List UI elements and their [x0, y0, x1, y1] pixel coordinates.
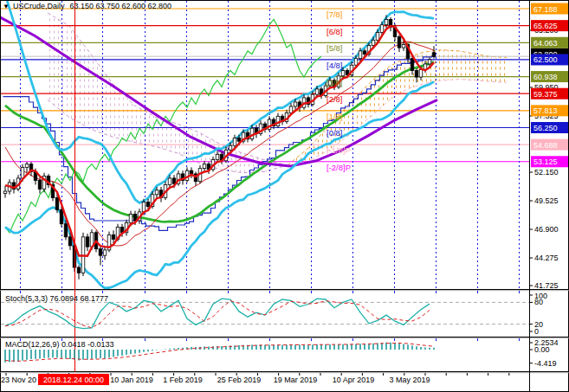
candle-body — [146, 202, 150, 207]
symbol-period-label: USCrude,Daily — [13, 2, 65, 10]
price-axis-label: 49.525 — [534, 196, 559, 205]
price-axis-label: 52.150 — [534, 168, 559, 177]
candle-body — [419, 69, 423, 77]
candle-body — [363, 51, 366, 55]
date-axis-label: 25 Feb 2019 — [217, 376, 262, 384]
ohlc-values: 63.150 63.750 62.600 62.800 — [69, 2, 171, 10]
candle-body — [216, 154, 219, 159]
price-badge: 57.813 — [533, 106, 558, 115]
candle-body — [25, 164, 29, 168]
stoch-axis-label: 80 — [534, 298, 543, 306]
candle-body — [129, 214, 133, 222]
candle-body — [203, 164, 206, 169]
candle-body — [380, 25, 384, 33]
candle-body — [55, 198, 59, 210]
symbol-marker-icon: ▼ — [3, 2, 10, 11]
candle-body — [402, 44, 405, 48]
candle-body — [21, 167, 24, 178]
candle-body — [233, 138, 236, 145]
candle-body — [112, 235, 115, 239]
macd-axis-label: -4.419 — [534, 359, 557, 368]
date-badge-label: 2018.12.24 00:00 — [43, 376, 104, 384]
candle-body — [86, 237, 89, 247]
candle-body — [250, 128, 254, 139]
candle-body — [155, 190, 158, 195]
stoch-axis-label: 0 — [534, 327, 539, 336]
candle-body — [77, 267, 81, 273]
price-badge: 60.938 — [533, 73, 558, 81]
price-badge: 59.375 — [533, 90, 558, 99]
candle-body — [385, 19, 388, 24]
candle-body — [237, 138, 241, 141]
date-axis-label: 10 Jan 2019 — [110, 376, 153, 384]
price-axis-label: 44.275 — [534, 254, 559, 262]
candle-body — [372, 40, 375, 45]
date-axis-label: 1 Feb 2019 — [163, 376, 203, 384]
price-badge: 54.688 — [533, 141, 558, 150]
date-axis-label: 23 Nov 20 — [1, 376, 36, 384]
chart-title: ▼USCrude,Daily63.150 63.750 62.600 62.80… — [3, 2, 171, 11]
murray-label: [3/8] — [327, 78, 343, 87]
candle-body — [289, 106, 293, 113]
candle-body — [168, 178, 171, 185]
price-badge: 67.188 — [533, 5, 558, 14]
murray-label: [2/8] — [327, 94, 343, 104]
murray-label: [-1/8]P — [327, 145, 351, 155]
candle-body — [341, 70, 345, 75]
murray-label: [5/8] — [327, 43, 343, 53]
murray-label: [0/8] — [327, 128, 343, 138]
murray-label: [7/8] — [327, 10, 343, 19]
candle-body — [432, 53, 436, 56]
candle-body — [60, 209, 63, 223]
candle-body — [415, 70, 418, 77]
price-badge: 64.063 — [533, 39, 558, 48]
date-axis-label: 3 May 2019 — [389, 376, 430, 384]
candle-body — [428, 60, 431, 64]
murray-label: [6/8] — [327, 27, 343, 36]
candle-body — [315, 89, 319, 94]
price-chart-svg[interactable]: [7/8][6/8][5/8][4/8][3/8][2/8][1/8][0/8]… — [0, 0, 569, 392]
price-axis-label: 46.900 — [534, 225, 559, 234]
candle-body — [398, 37, 401, 48]
candle-body — [190, 170, 193, 174]
candle-body — [229, 145, 232, 150]
price-badge: 53.125 — [533, 157, 558, 166]
chart-window: [7/8][6/8][5/8][4/8][3/8][2/8][1/8][0/8]… — [0, 0, 569, 392]
price-axis-label: 41.725 — [534, 281, 559, 290]
candle-body — [376, 33, 379, 41]
candle-body — [68, 237, 72, 246]
murray-label: [1/8] — [327, 112, 343, 121]
candle-body — [38, 180, 42, 189]
candle-body — [99, 249, 102, 256]
stochastic-indicator-label: Stoch(5,3,3) 76.0894 68.1777 — [5, 294, 108, 304]
candle-body — [3, 191, 7, 194]
murray-label: [-2/8]P — [327, 163, 351, 172]
candle-body — [103, 250, 107, 255]
macd-indicator-label: MACD(12,26,9) 0.0418 -0.0133 — [5, 340, 114, 350]
candle-body — [294, 102, 297, 106]
price-badge: 65.625 — [533, 22, 558, 30]
murray-label: [4/8] — [327, 61, 343, 70]
candle-body — [64, 224, 68, 237]
date-axis-label: 19 Mar 2019 — [274, 376, 318, 384]
candle-body — [411, 59, 414, 71]
macd-axis-label: 0.00 — [534, 345, 550, 354]
candle-body — [354, 59, 358, 66]
price-badge: 56.250 — [533, 124, 558, 132]
candle-body — [359, 51, 362, 59]
date-axis-label: 10 Apr 2019 — [333, 376, 375, 384]
price-badge: 62.500 — [533, 55, 558, 64]
candle-body — [142, 202, 145, 212]
